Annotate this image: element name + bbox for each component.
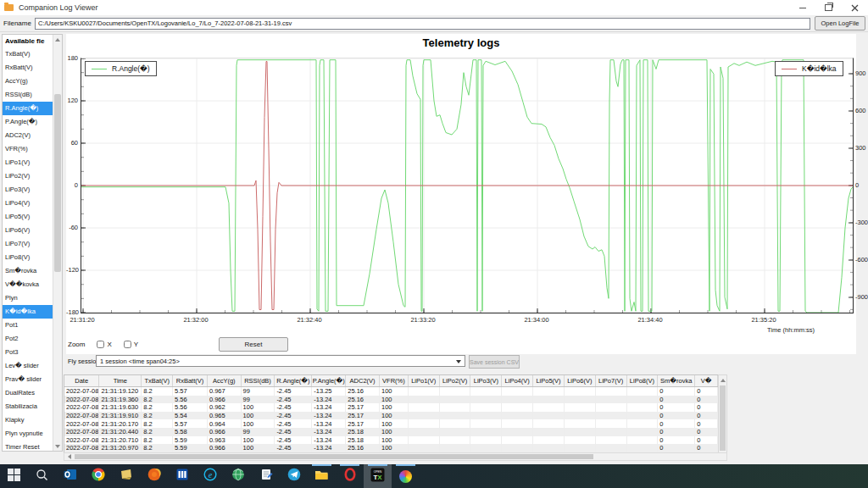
x-axis-tick: 21:32:00 [183, 316, 208, 324]
taskbar: eOPENTX 59% 19°C Mostly cloudy SLK [0, 464, 868, 488]
right-axis-tick: -600 [855, 256, 868, 263]
ie-icon: e [203, 468, 217, 485]
column-header[interactable]: LiPo7(V) [595, 375, 626, 387]
filename-input[interactable] [35, 18, 810, 30]
zoom-x-checkbox[interactable] [97, 341, 104, 348]
table-row[interactable]: 2022-07-0821:31:19.6308.25.560.962100-2.… [64, 403, 718, 412]
open-logfile-button[interactable]: Open LogFile [815, 16, 865, 30]
table-row[interactable]: 2022-07-0821:31:19.3608.25.560.96699-2.4… [64, 396, 718, 404]
reset-button[interactable]: Reset [219, 337, 288, 352]
minimize-icon [799, 8, 806, 8]
close-button[interactable] [842, 0, 868, 15]
column-header[interactable]: TxBat(V) [142, 375, 173, 387]
column-header[interactable]: LiPo8(V) [626, 375, 658, 387]
search-button[interactable] [28, 464, 56, 488]
restore-icon [825, 4, 832, 11]
column-header[interactable]: Time [99, 375, 142, 387]
left-axis-tick: 120 [66, 97, 78, 104]
chrome-icon [92, 468, 105, 485]
column-header[interactable]: V� [695, 375, 718, 387]
telegram-icon[interactable] [280, 464, 308, 488]
outlook-icon[interactable] [56, 464, 84, 488]
column-header[interactable]: LiPo2(V) [439, 375, 470, 387]
columns-app-icon[interactable] [168, 464, 196, 488]
column-header[interactable]: R.Angle(�) [275, 375, 312, 387]
app-icon [4, 4, 14, 11]
scroll-up-icon[interactable] [53, 35, 62, 44]
legend-kridelka: K�id�lka [775, 61, 843, 76]
table-row[interactable]: 2022-07-0821:31:20.7108.25.590.963100-2.… [64, 436, 718, 445]
sidebar-scrollbar[interactable] [53, 35, 62, 451]
table-vertical-scrollbar[interactable] [718, 374, 727, 453]
file-explorer-icon[interactable] [308, 464, 336, 488]
column-header[interactable]: RSSI(dB) [241, 375, 275, 387]
column-header[interactable]: LiPo5(V) [533, 375, 565, 387]
table-scroll-up-icon[interactable] [719, 375, 727, 385]
zoom-y-label: Y [134, 341, 138, 348]
column-header[interactable]: Sm�rovka [658, 375, 695, 387]
win-icon [8, 469, 20, 485]
table-row[interactable]: 2022-07-0821:31:20.4408.25.580.96699-2.4… [64, 428, 718, 436]
right-axis-tick: 300 [855, 144, 868, 152]
chart-title: Telemetry logs [66, 36, 856, 49]
column-header[interactable]: P.Angle(�) [312, 375, 346, 387]
paint3d-icon[interactable] [392, 464, 420, 488]
firefox-icon[interactable] [140, 464, 168, 488]
sticky-notes-icon[interactable] [112, 464, 140, 488]
plot-area[interactable] [81, 58, 854, 313]
table-row[interactable]: 2022-07-0821:31:20.9708.25.590.966100-2.… [64, 444, 718, 452]
table-row[interactable]: 2022-07-0821:31:19.9108.25.540.965100-2.… [64, 412, 718, 420]
folder-icon [314, 469, 329, 485]
opera-icon[interactable] [336, 464, 364, 488]
table-row[interactable]: 2022-07-0821:31:20.1708.25.570.964100-2.… [64, 419, 718, 428]
column-header[interactable]: RxBatt(V) [173, 375, 208, 387]
right-axis-tick: 0 [855, 181, 868, 189]
left-axis-tick: -60 [66, 224, 78, 231]
telemetry-chart-panel: Telemetry logs R.Angle(�) K�id�lka 18012… [66, 34, 856, 354]
x-axis-tick: 21:31:20 [70, 316, 94, 324]
opentx-companion-icon[interactable]: OPENTX [364, 464, 392, 488]
x-axis-tick: 21:34:00 [524, 316, 548, 324]
minimize-button[interactable] [789, 0, 815, 15]
firefox-icon [147, 468, 161, 485]
fly-sessions-select[interactable]: 1 session <time span04:25> [96, 355, 465, 367]
table-scroll-left-icon[interactable] [65, 454, 73, 459]
restore-button[interactable] [815, 0, 842, 15]
notepad-app-icon[interactable] [252, 464, 280, 488]
window-title: Companion Log Viewer [19, 3, 97, 12]
available-fields-panel: Available fie TxBat(V)RxBatt(V)AccY(g)RS… [2, 34, 63, 452]
column-header[interactable]: ADC2(V) [346, 375, 380, 387]
x-axis-tick: 21:35:20 [751, 316, 776, 324]
opentx-icon: OPENTX [370, 468, 385, 485]
column-header[interactable]: LiPo3(V) [470, 375, 502, 387]
svg-text:TX: TX [373, 473, 382, 480]
column-header[interactable]: AccY(g) [207, 375, 241, 387]
search-icon [36, 469, 48, 485]
globe-app-icon[interactable] [224, 464, 252, 488]
column-header[interactable]: LiPo6(V) [564, 375, 595, 387]
left-axis-tick: 60 [66, 139, 78, 147]
zoom-y-checkbox[interactable] [124, 341, 131, 348]
table-vscroll-thumb[interactable] [720, 385, 726, 451]
table-row[interactable]: 2022-07-0821:31:19.1208.25.570.96799-2.4… [64, 387, 718, 396]
column-header[interactable]: LiPo4(V) [502, 375, 533, 387]
x-axis-label: Time (hh:mm:ss) [767, 326, 815, 334]
chevron-down-icon [456, 360, 461, 363]
sidebar-scroll-thumb[interactable] [54, 94, 61, 272]
filename-label: Filename [3, 19, 31, 27]
save-session-csv-button[interactable]: Save session CSV [469, 355, 520, 369]
legend-rangle-label: R.Angle(�) [112, 64, 150, 73]
internet-explorer-icon[interactable]: e [196, 464, 224, 488]
column-header[interactable]: VFR(%) [380, 375, 409, 387]
column-header[interactable]: LiPo1(V) [408, 375, 439, 387]
column-header[interactable]: Date [64, 375, 99, 387]
scroll-down-icon[interactable] [53, 441, 62, 451]
table-hscroll-thumb[interactable] [75, 454, 593, 459]
fly-sessions-value: 1 session <time span04:25> [100, 358, 180, 365]
left-axis-tick: 180 [66, 54, 78, 62]
table-horizontal-scrollbar[interactable] [64, 452, 727, 461]
filename-row: Filename Open LogFile [0, 15, 868, 32]
start-button[interactable] [0, 464, 28, 488]
outlook-icon [64, 468, 77, 485]
chrome-icon[interactable] [84, 464, 112, 488]
